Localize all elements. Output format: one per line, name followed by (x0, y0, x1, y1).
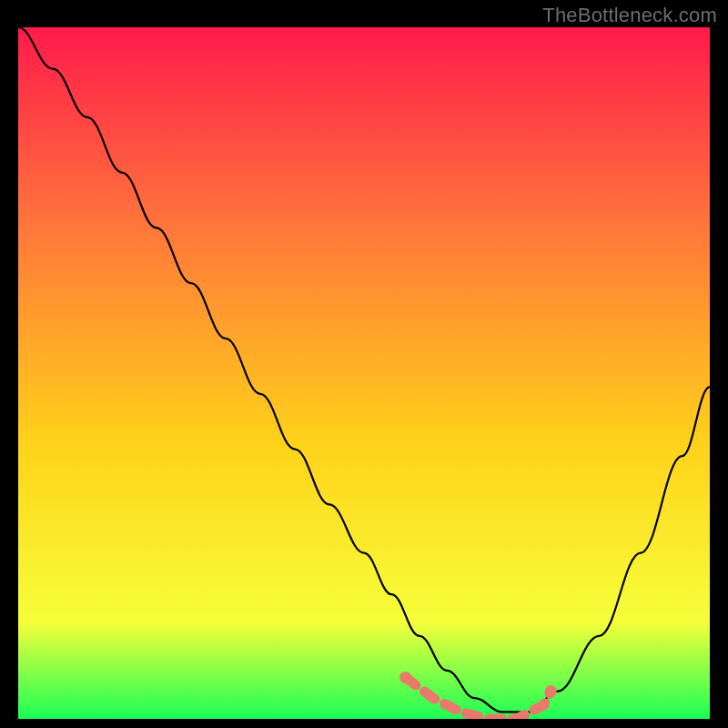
watermark-text: TheBottleneck.com (542, 4, 717, 27)
chart-plot-area (18, 27, 710, 719)
target-band-endpoint (545, 685, 557, 697)
chart-svg (18, 27, 710, 719)
gradient-background (18, 27, 710, 719)
target-band-endpoint (399, 672, 411, 683)
chart-frame: TheBottleneck.com (0, 0, 728, 728)
